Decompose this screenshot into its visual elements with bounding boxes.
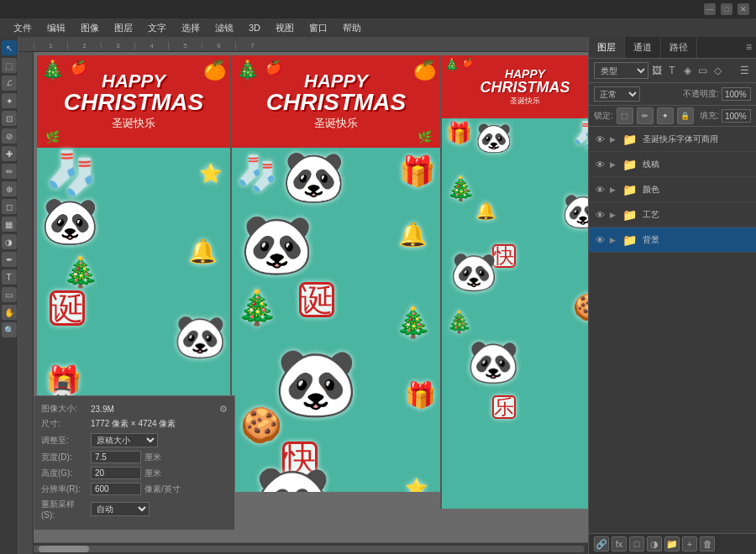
christmas-text-right: CHRISTMAS xyxy=(480,80,570,95)
layer-arrow-3[interactable]: ▶ xyxy=(610,211,616,219)
maximize-button[interactable]: □ xyxy=(721,3,732,15)
sticker-tree-3: 🎄 xyxy=(236,290,278,324)
filter-smart-icon[interactable]: ◇ xyxy=(711,65,724,76)
width-input[interactable] xyxy=(91,451,141,463)
tool-heal[interactable]: ✚ xyxy=(2,146,17,161)
fit-mode-select[interactable]: 原稿大小 xyxy=(91,433,158,447)
layer-thumb-3: 📁 xyxy=(620,206,638,224)
tab-paths[interactable]: 路径 xyxy=(661,37,697,58)
tool-dodge[interactable]: ◑ xyxy=(2,234,17,249)
scroll-thumb[interactable] xyxy=(39,546,89,552)
layer-name-1: 线稿 xyxy=(643,159,751,170)
sticker-panda-4: 🐼 xyxy=(240,215,313,274)
filter-toggle[interactable]: ☰ xyxy=(738,65,751,76)
tool-text[interactable]: T xyxy=(2,269,17,285)
menu-text[interactable]: 文字 xyxy=(141,20,173,36)
fill-input[interactable] xyxy=(722,109,751,123)
layer-thumb-2: 📁 xyxy=(620,180,638,199)
menu-window[interactable]: 窗口 xyxy=(302,20,334,36)
layer-delete-btn[interactable]: 🗑 xyxy=(700,536,715,551)
tool-zoom[interactable]: 🔍 xyxy=(2,322,17,337)
layer-eye-4[interactable]: 👁 xyxy=(594,235,606,245)
sticker-panda-2: 🐼 xyxy=(174,316,226,358)
menu-filter[interactable]: 滤镜 xyxy=(208,20,240,36)
tool-eraser[interactable]: ◻ xyxy=(2,199,17,214)
panel-right: 🎄 🍊 🍎 HAPPY CHRISTMAS 圣诞快乐 🐼 🎁 🧦 🎄 🐼 � xyxy=(440,55,588,509)
layer-arrow-0[interactable]: ▶ xyxy=(610,135,616,144)
layer-item-0[interactable]: 👁 ▶ 📁 圣诞快乐字体可商用 xyxy=(589,127,756,152)
tab-channels[interactable]: 通道 xyxy=(625,37,661,58)
layer-item-1[interactable]: 👁 ▶ 📁 线稿 xyxy=(589,152,756,177)
height-input[interactable] xyxy=(91,467,141,479)
tool-gradient[interactable]: ▦ xyxy=(2,217,17,232)
sticker-r-ginger: 🍪 xyxy=(573,295,588,320)
layer-eye-1[interactable]: 👁 xyxy=(594,159,606,170)
tool-shape[interactable]: ▭ xyxy=(2,287,17,302)
tool-wand[interactable]: ✦ xyxy=(2,93,17,108)
lock-paint-btn[interactable]: ✏ xyxy=(637,107,654,124)
layer-item-3[interactable]: 👁 ▶ 📁 工艺 xyxy=(589,202,756,227)
tool-stamp[interactable]: ⊕ xyxy=(2,181,17,196)
layer-arrow-4[interactable]: ▶ xyxy=(610,236,616,244)
layer-link-btn[interactable]: 🔗 xyxy=(594,536,609,551)
layer-adjust-btn[interactable]: ◑ xyxy=(647,536,662,551)
lock-transparent-btn[interactable]: ⬚ xyxy=(617,107,633,124)
layer-eye-0[interactable]: 👁 xyxy=(594,134,606,144)
tool-lasso[interactable]: 𝓛 xyxy=(2,76,17,91)
tool-select[interactable]: ⬚ xyxy=(2,58,17,73)
layer-item-2[interactable]: 👁 ▶ 📁 颜色 xyxy=(589,177,756,202)
tool-brush[interactable]: ✏ xyxy=(2,164,17,179)
tool-eyedrop[interactable]: ⊘ xyxy=(2,128,17,144)
filter-shape-icon[interactable]: ▭ xyxy=(696,65,709,76)
layer-type-select[interactable]: 类型 xyxy=(594,62,648,79)
resample-select[interactable]: 自动 xyxy=(91,502,150,516)
tab-layers[interactable]: 图层 xyxy=(589,37,625,58)
minimize-button[interactable]: — xyxy=(704,3,716,15)
filter-img-icon[interactable]: 🖼 xyxy=(650,65,664,76)
layer-add-btn[interactable]: + xyxy=(682,536,697,551)
tool-crop[interactable]: ⊡ xyxy=(2,111,17,126)
resolution-input[interactable] xyxy=(91,483,141,495)
sticker-star: ⭐ xyxy=(199,165,222,183)
ruler-mark-3: 3 xyxy=(101,42,134,50)
layer-name-0: 圣诞快乐字体可商用 xyxy=(643,133,751,145)
ruler-mark-5: 5 xyxy=(168,42,202,50)
layer-eye-3[interactable]: 👁 xyxy=(594,210,606,220)
blend-mode-select[interactable]: 正常 xyxy=(594,86,640,102)
panel-menu-icon[interactable]: ≡ xyxy=(742,37,756,58)
close-button[interactable]: ✕ xyxy=(738,3,749,15)
layer-group-btn[interactable]: 📁 xyxy=(664,536,680,551)
scroll-area[interactable] xyxy=(18,542,588,554)
filter-text-icon[interactable]: T xyxy=(665,65,679,76)
layer-arrow-1[interactable]: ▶ xyxy=(610,160,616,169)
tool-hand[interactable]: ✋ xyxy=(2,305,17,320)
christmas-text-middle: CHRISTMAS xyxy=(266,91,406,114)
menu-help[interactable]: 帮助 xyxy=(336,20,368,36)
filter-adjust-icon[interactable]: ◈ xyxy=(680,65,694,76)
menu-edit[interactable]: 编辑 xyxy=(40,20,72,36)
opacity-input[interactable] xyxy=(722,87,751,101)
tool-move[interactable]: ↖ xyxy=(2,40,17,55)
menu-view[interactable]: 视图 xyxy=(269,20,301,36)
layer-eye-2[interactable]: 👁 xyxy=(594,185,606,195)
scroll-bar[interactable] xyxy=(22,546,585,552)
menu-select[interactable]: 选择 xyxy=(175,20,207,36)
menu-image[interactable]: 图像 xyxy=(74,20,106,36)
menu-layer[interactable]: 图层 xyxy=(108,20,139,36)
menu-file[interactable]: 文件 xyxy=(7,20,39,36)
happy-text-left: HAPPY xyxy=(102,72,165,91)
ruler-mark-4: 4 xyxy=(134,42,168,50)
sticker-r-tree: 🎄 xyxy=(446,177,475,201)
canvas-viewport[interactable]: 🎄 🍊 🍎 🌿 HAPPY CHRISTMAS 圣诞快乐 🧦 ⭐ 🐼 🔔 xyxy=(34,52,588,542)
layer-fx-btn[interactable]: fx xyxy=(612,536,627,551)
layer-arrow-2[interactable]: ▶ xyxy=(610,186,616,194)
layer-item-4[interactable]: 👁 ▶ 📁 背景 xyxy=(589,227,756,253)
layer-mask-btn[interactable]: □ xyxy=(629,536,644,551)
sticker-area-middle: 🐼 🎁 🧦 🐼 🔔 诞 🎄 🎄 🐼 🎁 🍪 快 🐼 ⭐ xyxy=(232,148,440,492)
gear-icon[interactable]: ⚙ xyxy=(219,404,228,415)
lock-position-btn[interactable]: ✦ xyxy=(657,107,674,124)
menu-3d[interactable]: 3D xyxy=(242,21,267,34)
filter-toolbar: 类型 🖼 T ◈ ▭ ◇ ☰ xyxy=(589,59,756,83)
lock-all-btn[interactable]: 🔒 xyxy=(677,107,694,124)
tool-pen[interactable]: ✒ xyxy=(2,252,17,267)
